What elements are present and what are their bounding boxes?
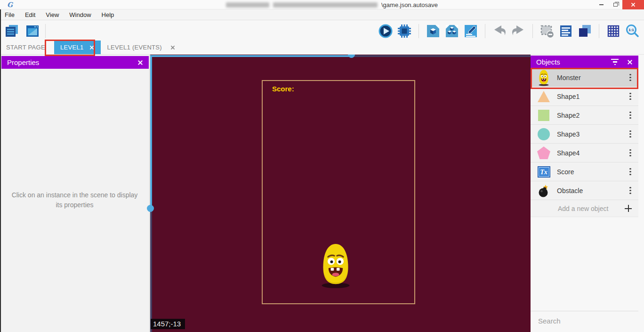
- redo-button[interactable]: [510, 23, 526, 39]
- add-object-icon: [426, 24, 441, 39]
- filter-icon[interactable]: [611, 59, 619, 65]
- object-name: Shape1: [557, 93, 622, 100]
- object-menu-icon[interactable]: [622, 91, 638, 102]
- start-page-button[interactable]: [24, 23, 40, 39]
- tab-close-icon[interactable]: [89, 45, 94, 49]
- cursor-coordinates: 1457;-13: [151, 319, 185, 329]
- tab-level1-events[interactable]: LEVEL1 (EVENTS): [101, 40, 168, 54]
- score-text-object[interactable]: Score:: [272, 85, 294, 93]
- deselect-instances-icon: [539, 24, 555, 39]
- bomb-icon: [538, 184, 550, 198]
- objects-panel-header: Objects: [531, 56, 638, 68]
- objects-list: Monster Shape1 Shape2: [531, 68, 638, 217]
- tab-label: LEVEL1 (EVENTS): [107, 44, 162, 51]
- add-object-label: Add a new object: [558, 205, 625, 212]
- redacted-title-segment: [273, 2, 378, 8]
- deselect-instances-button[interactable]: [539, 23, 555, 39]
- project-manager-button[interactable]: [4, 23, 20, 39]
- object-name: Shape3: [557, 130, 622, 138]
- zoom-ratio-button[interactable]: 1:1: [624, 23, 640, 39]
- text-icon: Tx: [538, 166, 550, 178]
- toolbar-divider: [532, 24, 533, 38]
- close-button[interactable]: [622, 0, 644, 9]
- object-menu-icon[interactable]: [622, 166, 638, 178]
- window-title: \game.json.autosave: [226, 0, 438, 9]
- objects-panel-title: Objects: [536, 58, 560, 66]
- object-name: Score: [557, 168, 622, 176]
- instances-list-icon: [558, 24, 573, 39]
- search-input[interactable]: [531, 317, 632, 325]
- selection-handle-top[interactable]: [348, 55, 355, 58]
- instances-list-button[interactable]: [558, 23, 574, 39]
- tab-label: LEVEL1: [60, 44, 84, 51]
- square-icon: [538, 109, 550, 121]
- object-row-obstacle[interactable]: Obstacle: [531, 181, 638, 200]
- monster-icon: [538, 69, 550, 86]
- selection-handle-left[interactable]: [147, 205, 154, 212]
- redo-icon: [511, 24, 526, 39]
- tab-level1-events-close[interactable]: [168, 40, 180, 54]
- tab-label: START PAGE: [6, 44, 45, 51]
- zoom-ratio-icon: 1:1: [625, 24, 640, 39]
- properties-close-icon[interactable]: [137, 60, 143, 65]
- add-object-button[interactable]: [425, 23, 441, 39]
- menu-view[interactable]: View: [46, 11, 59, 18]
- object-row-shape3[interactable]: Shape3: [531, 125, 638, 144]
- layers-button[interactable]: [577, 23, 593, 39]
- triangle-icon: [537, 90, 551, 103]
- menu-window[interactable]: Window: [69, 11, 91, 18]
- play-button[interactable]: [378, 23, 394, 39]
- object-menu-icon[interactable]: [622, 72, 638, 83]
- object-menu-icon[interactable]: [622, 185, 638, 196]
- pentagon-icon: [537, 146, 551, 160]
- edit-scene-icon: [463, 24, 478, 39]
- selection-handle-top-wrap: [345, 55, 358, 60]
- object-name: Monster: [557, 74, 622, 81]
- debug-button[interactable]: [396, 23, 412, 39]
- object-row-score[interactable]: Tx Score: [531, 162, 638, 181]
- minimize-icon: [599, 4, 604, 5]
- object-row-shape2[interactable]: Shape2: [531, 106, 638, 125]
- grid-button[interactable]: [605, 23, 621, 39]
- object-menu-icon[interactable]: [622, 129, 638, 140]
- svg-text:Tx: Tx: [540, 169, 547, 176]
- minimize-button[interactable]: [594, 0, 608, 9]
- object-menu-icon[interactable]: [622, 110, 638, 121]
- redacted-title-segment: [226, 2, 269, 8]
- restore-icon: [613, 3, 618, 7]
- plus-icon: [625, 205, 632, 212]
- monster-instance[interactable]: [319, 242, 353, 289]
- tab-close-icon: [170, 45, 175, 49]
- undo-icon: [492, 24, 507, 39]
- properties-panel-title: Properties: [7, 58, 39, 66]
- objects-group-button[interactable]: [444, 23, 460, 39]
- object-row-monster[interactable]: Monster: [531, 68, 638, 87]
- properties-empty-message: Click on an instance in the scene to dis…: [9, 190, 140, 210]
- objects-close-icon[interactable]: [627, 59, 633, 65]
- objects-search-box: [531, 311, 638, 331]
- selection-outline-left-highlight: [150, 55, 152, 209]
- properties-panel-header: Properties: [1, 56, 149, 69]
- tab-start-page[interactable]: START PAGE: [0, 40, 51, 54]
- scene-canvas[interactable]: Score: 1457;-13: [150, 55, 531, 332]
- object-name: Obstacle: [557, 187, 622, 194]
- tab-strip: START PAGE LEVEL1 LEVEL1 (EVENTS): [0, 40, 644, 55]
- menu-edit[interactable]: Edit: [25, 11, 35, 18]
- object-row-shape1[interactable]: Shape1: [531, 87, 638, 106]
- tab-level1[interactable]: LEVEL1: [54, 40, 101, 54]
- app-logo-icon: G: [7, 1, 15, 8]
- toolbar-divider: [599, 24, 599, 38]
- edit-scene-button[interactable]: [463, 23, 479, 39]
- menu-file[interactable]: File: [5, 11, 15, 18]
- object-row-shape4[interactable]: Shape4: [531, 144, 638, 162]
- properties-panel: Properties Click on an instance in the s…: [0, 55, 150, 332]
- play-icon: [378, 24, 393, 39]
- restore-button[interactable]: [608, 0, 622, 9]
- menu-help[interactable]: Help: [102, 11, 114, 18]
- undo-button[interactable]: [491, 23, 507, 39]
- object-menu-icon[interactable]: [622, 147, 638, 159]
- debug-icon: [397, 24, 412, 39]
- object-name: Shape4: [557, 149, 622, 157]
- toolbar: 1:1: [0, 20, 644, 41]
- add-object-row[interactable]: Add a new object: [531, 200, 638, 217]
